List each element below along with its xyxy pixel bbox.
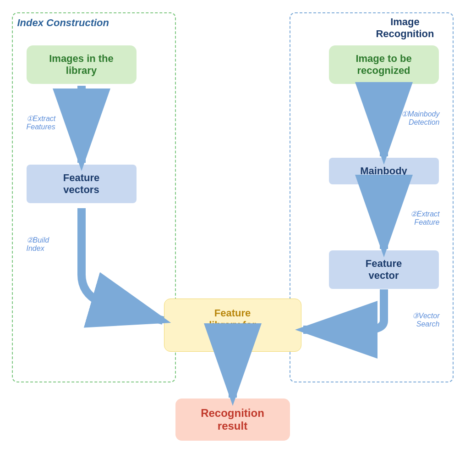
build-index-label: ②Build Index bbox=[27, 236, 49, 253]
vector-search-label: ③VectorSearch bbox=[412, 311, 440, 328]
image-to-recognize-box: Image to be recognized bbox=[329, 45, 439, 84]
extract-features-label: ①Extract Features bbox=[27, 114, 56, 131]
feature-vector-box: Featurevector bbox=[329, 250, 439, 289]
recognition-result-box: Recognition result bbox=[175, 399, 290, 441]
extract-feature-label: ②ExtractFeature bbox=[410, 210, 440, 227]
diagram-container: Index Construction ImageRecognition Imag… bbox=[8, 9, 457, 467]
left-panel-title: Index Construction bbox=[17, 17, 109, 29]
mainbody-box: Mainbody bbox=[329, 158, 439, 184]
feature-library-box: Feature library for retrieval bbox=[164, 299, 301, 352]
feature-vectors-box: Feature vectors bbox=[27, 165, 137, 203]
images-in-library-box: Images in the library bbox=[27, 45, 137, 84]
mainbody-detection-label: ①Mainbody Detection bbox=[401, 110, 439, 127]
right-panel-title: ImageRecognition bbox=[376, 16, 434, 40]
